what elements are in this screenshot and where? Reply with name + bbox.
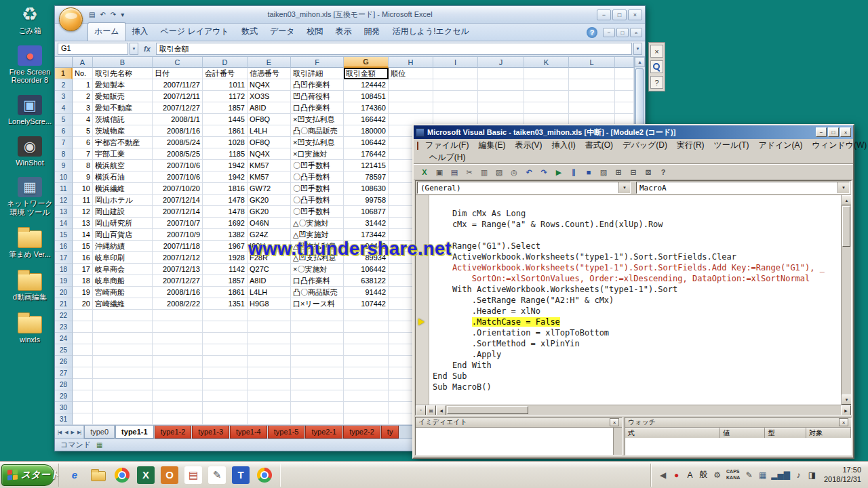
cell[interactable]: 9 xyxy=(73,171,93,183)
minimize-button[interactable]: − xyxy=(597,9,611,20)
cell[interactable] xyxy=(291,344,344,356)
cell[interactable]: A8ID xyxy=(248,275,291,287)
cell[interactable]: 2008/1/16 xyxy=(153,125,203,137)
cell[interactable]: 〇凹手数料 xyxy=(291,206,344,218)
ime-conversion-mode[interactable]: 般 xyxy=(698,470,709,481)
cell[interactable]: 1861 xyxy=(203,125,248,137)
menu-item[interactable]: デバッグ(D) xyxy=(618,139,672,152)
ribbon-tab[interactable]: 開発 xyxy=(357,23,386,41)
row-header[interactable]: 9 xyxy=(55,160,73,171)
cell[interactable]: 174360 xyxy=(344,102,389,114)
display-icon[interactable]: ◨ xyxy=(807,470,817,481)
save-icon[interactable]: ▤ xyxy=(87,11,96,18)
cell[interactable] xyxy=(93,379,153,390)
cell[interactable]: 愛知販売 xyxy=(93,91,153,102)
menu-item[interactable]: 編集(E) xyxy=(473,139,510,152)
cell[interactable] xyxy=(203,333,248,344)
reset-icon[interactable]: ■ xyxy=(582,166,595,179)
cell[interactable] xyxy=(248,367,291,379)
formula-input[interactable]: 取引金額 xyxy=(156,43,632,55)
cell[interactable]: 14 xyxy=(73,229,93,241)
cell[interactable] xyxy=(344,333,389,344)
cell[interactable]: 1942 xyxy=(203,171,248,183)
cell[interactable]: 取引詳細 xyxy=(291,68,344,79)
prev-sheet-icon[interactable]: ◀ xyxy=(64,430,68,435)
cell[interactable]: 岐阜商会 xyxy=(93,264,153,275)
scroll-thumb[interactable] xyxy=(635,68,644,126)
row-header[interactable]: 15 xyxy=(55,229,73,241)
workbook-close-button[interactable]: × xyxy=(630,28,642,37)
cell[interactable]: 岡山ホテル xyxy=(93,195,153,206)
quick-launch-wordpad-icon[interactable]: ▤ xyxy=(184,466,202,484)
row-header[interactable]: 27 xyxy=(55,367,73,379)
undo-icon[interactable]: ↶ xyxy=(522,166,536,179)
cell[interactable]: 1967 xyxy=(203,241,248,252)
cell[interactable]: KM57 xyxy=(248,171,291,183)
cell[interactable] xyxy=(73,344,93,356)
cell[interactable]: 2007/12/14 xyxy=(153,206,203,218)
break-icon[interactable]: ∥ xyxy=(567,166,580,179)
taskbar-clock[interactable]: 17:50 2018/12/31 xyxy=(824,466,861,485)
cell[interactable] xyxy=(569,102,615,114)
cell[interactable]: 121415 xyxy=(344,160,389,171)
cell[interactable] xyxy=(291,356,344,367)
cell[interactable] xyxy=(203,390,248,402)
help-icon[interactable]: ? xyxy=(656,166,670,179)
insert-userform-icon[interactable]: ▣ xyxy=(433,166,446,179)
watch-column-header[interactable]: 式 xyxy=(625,428,720,438)
code-scroll-track[interactable] xyxy=(842,205,851,394)
cell[interactable]: 〇凹手数料 xyxy=(291,183,344,195)
cell[interactable]: 17 xyxy=(73,264,93,275)
cell[interactable]: 横浜石油 xyxy=(93,171,153,183)
cell[interactable]: O46N xyxy=(248,218,291,229)
code-line[interactable]: cMx = Range("a" & Rows.Count).End(xlUp).… xyxy=(433,219,840,230)
immediate-scrollbar[interactable] xyxy=(613,428,622,455)
cell[interactable] xyxy=(344,310,389,321)
quick-launch-internet-explorer-icon[interactable]: e xyxy=(66,466,83,484)
object-dropdown[interactable]: (General) ▼ xyxy=(417,182,631,194)
code-line[interactable]: .Orientation = xlTopToBottom xyxy=(433,327,840,338)
cell[interactable] xyxy=(291,333,344,344)
watch-title-bar[interactable]: ウォッチ × xyxy=(625,418,851,428)
cell[interactable]: 口×リース料 xyxy=(291,298,344,310)
column-header[interactable]: E xyxy=(248,57,291,68)
cell[interactable] xyxy=(203,413,248,425)
cell[interactable]: 岡山百貨店 xyxy=(93,229,153,241)
close-icon[interactable]: × xyxy=(650,45,663,58)
cell[interactable] xyxy=(248,344,291,356)
cell[interactable] xyxy=(291,367,344,379)
cell[interactable] xyxy=(73,333,93,344)
cell[interactable] xyxy=(153,413,203,425)
cell[interactable]: L4LH xyxy=(248,287,291,298)
cell[interactable]: 1445 xyxy=(203,114,248,125)
ribbon-tab[interactable]: 数式 xyxy=(235,23,264,41)
row-header[interactable]: 14 xyxy=(55,218,73,229)
ribbon-tab[interactable]: ページ レイアウト xyxy=(155,23,235,41)
sheet-tab[interactable]: type0 xyxy=(84,426,115,439)
cell[interactable]: 口凸作業料 xyxy=(291,275,344,287)
vba-title-bar[interactable]: Microsoft Visual Basic - taiken03_mihon.… xyxy=(414,125,853,139)
select-all-corner[interactable] xyxy=(55,57,73,68)
cell[interactable]: 1011 xyxy=(203,79,248,91)
run-icon[interactable]: ▶ xyxy=(552,166,566,179)
cell[interactable] xyxy=(524,102,569,114)
code-line[interactable]: .SortMethod = xlPinYin xyxy=(433,338,840,349)
cell[interactable]: 愛知不動産 xyxy=(93,102,153,114)
cell[interactable]: 78597 xyxy=(344,171,389,183)
cell[interactable] xyxy=(478,79,524,91)
cell[interactable]: 凸〇商品販売 xyxy=(291,287,344,298)
cell[interactable] xyxy=(478,68,524,79)
cell[interactable] xyxy=(73,321,93,333)
row-header[interactable]: 8 xyxy=(55,148,73,160)
desktop-icon-winxls-folder[interactable]: winxls xyxy=(3,312,57,344)
menu-item[interactable]: ファイル(F) xyxy=(420,139,473,152)
cell[interactable]: 凸凹作業料 xyxy=(291,79,344,91)
row-header[interactable]: 20 xyxy=(55,287,73,298)
cell[interactable]: 4 xyxy=(73,114,93,125)
ribbon-tab[interactable]: データ xyxy=(264,23,301,41)
cell[interactable] xyxy=(153,310,203,321)
code-scroll-up-icon[interactable]: ▲ xyxy=(842,195,851,205)
cell[interactable]: 176442 xyxy=(344,148,389,160)
cell[interactable] xyxy=(93,413,153,425)
cell[interactable]: 7 xyxy=(73,148,93,160)
